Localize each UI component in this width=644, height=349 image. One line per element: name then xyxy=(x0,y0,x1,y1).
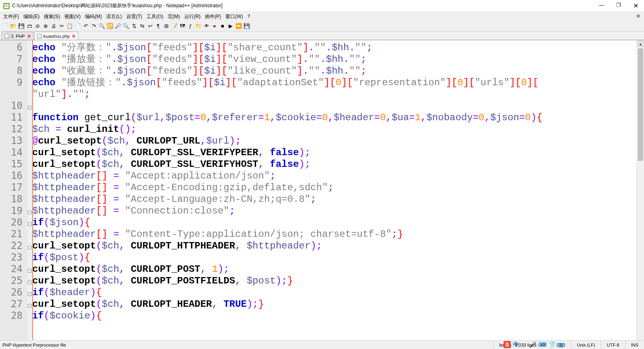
code-line[interactable]: curl_setopt($ch, CURLOPT_POSTFIELDS, $po… xyxy=(32,275,637,287)
menu-run[interactable]: 运行(R) xyxy=(183,12,202,21)
zoom-out-icon[interactable]: 🔍 xyxy=(122,23,130,30)
close-button[interactable]: ✕ xyxy=(631,1,641,10)
udl-icon[interactable]: 📝 xyxy=(171,23,178,30)
code-line[interactable]: $httpheader[] = "Content-Type:applicatio… xyxy=(32,228,637,240)
sync-h-icon[interactable]: ⇆ xyxy=(138,23,146,30)
status-eol[interactable]: Unix (LF) xyxy=(571,341,601,349)
tab-label: kuaishou.php xyxy=(43,34,70,39)
code-line[interactable]: $httpheader[] = "Connection:close"; xyxy=(32,205,637,217)
print-icon[interactable]: 🖨 xyxy=(50,23,57,30)
ime-skin-icon[interactable]: 👕 xyxy=(549,341,556,348)
play-icon[interactable]: ▶ xyxy=(227,23,234,30)
ime-mic-icon[interactable]: 🎤 xyxy=(529,341,536,348)
status-encoding[interactable]: UTF-8 xyxy=(601,341,625,349)
scroll-thumb[interactable] xyxy=(638,48,643,161)
vertical-scrollbar[interactable]: ▲ ▼ xyxy=(637,40,644,349)
code-line[interactable]: echo "分享数：".$json["feeds"][$i]["share_co… xyxy=(32,42,637,53)
code-line[interactable]: curl_setopt($ch, CURLOPT_SSL_VERIFYPEER,… xyxy=(32,147,637,158)
ime-punct-icon[interactable]: ， xyxy=(521,341,527,348)
menu-macro[interactable]: 宏(M) xyxy=(166,12,182,21)
fold-toggle-icon[interactable]: − xyxy=(28,292,31,296)
tab-close-icon[interactable]: ⊠ xyxy=(72,34,75,38)
menu-edit[interactable]: 编辑(E) xyxy=(22,12,41,21)
save-macro-icon[interactable]: 💾 xyxy=(243,23,250,30)
undo-icon[interactable]: ↶ xyxy=(82,23,89,30)
secondary-close-icon[interactable]: ✕ xyxy=(636,13,641,19)
code-line[interactable]: $ch = curl_init(); xyxy=(32,123,637,135)
code-line[interactable]: curl_setopt($ch, CURLOPT_HTTPHEADER, $ht… xyxy=(32,240,637,252)
menu-language[interactable]: 语言(L) xyxy=(105,12,124,21)
code-line[interactable]: curl_setopt($ch, CURLOPT_SSL_VERIFYHOST,… xyxy=(32,158,637,170)
menu-help[interactable]: ? xyxy=(246,13,252,20)
fold-toggle-icon[interactable]: − xyxy=(28,106,31,109)
status-insert-mode[interactable]: INS xyxy=(625,341,644,349)
fold-toggle-icon[interactable]: − xyxy=(28,246,31,249)
copy-icon[interactable]: 📋 xyxy=(66,23,73,30)
indent-guide-icon[interactable]: ⊞ xyxy=(163,23,170,30)
fold-toggle-icon[interactable]: − xyxy=(28,222,31,226)
redo-icon[interactable]: ↷ xyxy=(90,23,97,30)
find-icon[interactable]: 🔍 xyxy=(98,23,105,30)
monitor-icon[interactable]: 👁 xyxy=(203,23,210,30)
editor-area[interactable]: 6789 10111213141516171819202122232425262… xyxy=(0,40,644,349)
close-all-icon[interactable]: ⊗ xyxy=(42,23,49,30)
code-line[interactable]: if($post){ xyxy=(32,252,637,263)
paste-icon[interactable]: 📄 xyxy=(74,23,81,30)
stop-icon[interactable]: ■ xyxy=(219,23,226,30)
fold-toggle-icon[interactable]: − xyxy=(28,211,31,214)
show-chars-icon[interactable]: ¶ xyxy=(155,23,162,30)
new-file-icon[interactable]: 📄 xyxy=(2,23,9,30)
replace-icon[interactable]: 🔁 xyxy=(106,23,114,30)
code-line[interactable]: if($cookie){ xyxy=(32,310,637,322)
code-line[interactable]: echo "播放链接：".$json["feeds"][$i]["adaptat… xyxy=(32,77,637,88)
doc-map-icon[interactable]: 🗺 xyxy=(179,23,186,30)
fold-toggle-icon[interactable]: − xyxy=(28,281,31,284)
sync-v-icon[interactable]: ⇅ xyxy=(130,23,138,30)
ime-toolbox-icon[interactable]: ▦ xyxy=(558,341,564,348)
tab-close-icon[interactable]: ⊠ xyxy=(27,34,31,38)
code-line[interactable]: curl_setopt($ch, CURLOPT_HEADER, TRUE);} xyxy=(32,298,637,310)
folder-icon[interactable]: 📁 xyxy=(195,23,202,30)
code-line[interactable]: "url"].""; xyxy=(32,88,637,100)
menu-tools[interactable]: 工具(O) xyxy=(145,12,165,21)
code-line[interactable]: @curl_setopt($ch, CURLOPT_URL,$url); xyxy=(32,135,637,147)
wrap-icon[interactable]: ↩ xyxy=(147,23,154,30)
code-line[interactable]: echo "播放量：".$json["feeds"][$i]["view_cou… xyxy=(32,53,637,65)
record-icon[interactable]: ● xyxy=(211,23,218,30)
open-file-icon[interactable]: 📂 xyxy=(10,23,17,30)
fast-icon[interactable]: ⏩ xyxy=(235,23,242,30)
code-line[interactable] xyxy=(32,100,637,112)
tab-3-php[interactable]: 3. PHP ⊠ xyxy=(2,32,33,40)
maximize-button[interactable]: ❐ xyxy=(614,1,623,10)
zoom-in-icon[interactable]: 🔎 xyxy=(114,23,122,30)
code-content[interactable]: echo "分享数：".$json["feeds"][$i]["share_co… xyxy=(32,40,637,349)
ime-keyboard-icon[interactable]: ⌨ xyxy=(539,341,547,348)
menu-encoding[interactable]: 编码(M) xyxy=(83,12,103,21)
code-line[interactable]: if($header){ xyxy=(32,287,637,298)
close-file-icon[interactable]: ⊘ xyxy=(34,23,41,30)
minimize-button[interactable]: — xyxy=(597,1,607,10)
menu-view[interactable]: 视图(V) xyxy=(63,12,82,21)
menu-search[interactable]: 搜索(S) xyxy=(42,12,62,21)
fold-toggle-icon[interactable]: − xyxy=(28,304,31,308)
code-line[interactable]: echo "收藏量：".$json["feeds"][$i]["like_cou… xyxy=(32,65,637,77)
code-line[interactable]: $httpheader[] = "Accept-Language:zh-CN,z… xyxy=(32,193,637,205)
cut-icon[interactable]: ✂ xyxy=(58,23,65,30)
sogou-ime-icon[interactable]: S xyxy=(504,341,511,348)
menu-file[interactable]: 文件(F) xyxy=(2,12,21,21)
ime-zh-icon[interactable]: 中 xyxy=(513,341,519,348)
scroll-up-icon[interactable]: ▲ xyxy=(637,40,644,47)
save-all-icon[interactable]: 🗃 xyxy=(26,23,33,30)
code-line[interactable]: curl_setopt($ch, CURLOPT_POST, 1); xyxy=(32,263,637,275)
code-line[interactable]: $httpheader[] = "Accept-Encoding:gzip,de… xyxy=(32,182,637,193)
func-list-icon[interactable]: ƒ xyxy=(187,23,194,30)
fold-toggle-icon[interactable]: − xyxy=(28,269,31,273)
menu-settings[interactable]: 设置(T) xyxy=(125,12,144,21)
tab-kuaishou-php[interactable]: kuaishou.php ⊠ xyxy=(34,32,78,40)
code-line[interactable]: $httpheader[] = "Accept:application/json… xyxy=(32,170,637,182)
code-line[interactable]: function get_curl($url,$post=0,$referer=… xyxy=(32,112,637,123)
save-icon[interactable]: 💾 xyxy=(18,23,25,30)
menu-window[interactable]: 窗口(W) xyxy=(224,12,244,21)
code-line[interactable]: if($json){ xyxy=(32,217,637,228)
menu-plugins[interactable]: 插件(P) xyxy=(203,12,223,21)
